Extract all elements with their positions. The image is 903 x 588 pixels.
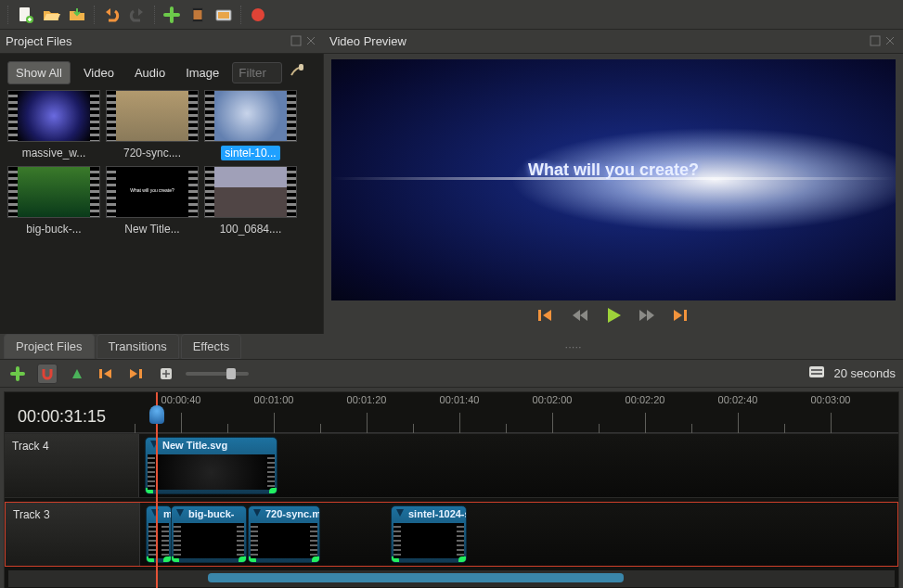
playhead-timecode: 00:00:31:15 bbox=[18, 407, 106, 427]
timeline-clip[interactable]: New Title.svg bbox=[145, 437, 277, 494]
project-file-item[interactable]: 720-sync.... bbox=[106, 90, 199, 160]
tab-effects[interactable]: Effects bbox=[181, 334, 242, 359]
center-playhead-button[interactable] bbox=[156, 364, 176, 384]
svg-rect-4 bbox=[193, 8, 202, 10]
project-files-grid: massive_w... 720-sync.... sintel-10... b… bbox=[7, 90, 316, 236]
video-preview-title-text: Video Preview bbox=[329, 34, 406, 48]
svg-rect-15 bbox=[139, 369, 142, 378]
track-header[interactable]: Track 4 bbox=[5, 434, 139, 497]
project-file-label: big-buck-... bbox=[22, 222, 84, 236]
preview-overlay-text: What will you create? bbox=[331, 160, 896, 180]
zoom-label: 20 seconds bbox=[834, 366, 897, 380]
panel-float-icon[interactable] bbox=[870, 35, 883, 48]
save-file-button[interactable] bbox=[66, 5, 88, 25]
razor-button[interactable] bbox=[67, 364, 87, 384]
track-body[interactable]: New Title.svg bbox=[139, 434, 898, 497]
project-files-filters: Show All Video Audio Image bbox=[7, 61, 316, 84]
project-file-item[interactable]: What will you create? New Title... bbox=[106, 166, 199, 236]
timeline-scrollbar[interactable] bbox=[8, 570, 895, 587]
project-file-item[interactable]: 100_0684.... bbox=[204, 166, 297, 236]
svg-rect-7 bbox=[218, 12, 229, 19]
jump-start-button[interactable] bbox=[536, 306, 557, 325]
project-file-item[interactable]: big-buck-... bbox=[7, 166, 100, 236]
fast-forward-button[interactable] bbox=[637, 306, 657, 325]
timeline-clip[interactable]: m bbox=[146, 505, 172, 563]
video-preview-canvas[interactable]: What will you create? bbox=[331, 59, 896, 300]
bottom-tabs: Project Files Transitions Effects ····· bbox=[0, 334, 903, 360]
svg-point-8 bbox=[252, 8, 264, 21]
svg-rect-11 bbox=[871, 36, 880, 45]
filter-image[interactable]: Image bbox=[178, 62, 226, 83]
snap-toggle[interactable] bbox=[37, 364, 58, 384]
prev-marker-button[interactable] bbox=[97, 364, 117, 384]
rewind-button[interactable] bbox=[570, 306, 590, 325]
redo-button[interactable] bbox=[126, 5, 148, 25]
video-preview-panel-title: Video Preview bbox=[324, 30, 903, 54]
playhead-grip[interactable] bbox=[149, 405, 164, 424]
project-file-label: 720-sync.... bbox=[120, 146, 185, 160]
timeline-toolbar: 20 seconds bbox=[0, 360, 903, 388]
clear-filter-icon[interactable] bbox=[288, 62, 306, 83]
panel-close-icon[interactable] bbox=[305, 35, 318, 48]
timeline-track[interactable]: Track 4 New Title.svg bbox=[5, 433, 898, 498]
timeline-tracks: Track 4 New Title.svg Track 3 m big-buck… bbox=[5, 433, 898, 570]
tab-transitions[interactable]: Transitions bbox=[97, 334, 179, 359]
project-files-title-text: Project Files bbox=[6, 34, 72, 48]
filter-show-all[interactable]: Show All bbox=[7, 61, 71, 84]
svg-rect-13 bbox=[684, 310, 687, 321]
timeline-clip[interactable]: big-buck- bbox=[171, 505, 247, 563]
timeline-ruler[interactable]: 00:00:31:15 00:00:4000:01:0000:01:2000:0… bbox=[5, 392, 898, 433]
tab-project-files[interactable]: Project Files bbox=[4, 334, 95, 359]
project-files-panel-title: Project Files bbox=[0, 30, 324, 54]
svg-rect-17 bbox=[809, 366, 824, 377]
filter-video[interactable]: Video bbox=[76, 62, 122, 83]
add-track-button[interactable] bbox=[7, 364, 28, 384]
project-file-label: 100_0684.... bbox=[216, 222, 286, 236]
new-file-button[interactable] bbox=[14, 5, 36, 25]
filter-input[interactable] bbox=[232, 62, 282, 83]
svg-rect-19 bbox=[811, 373, 822, 375]
svg-rect-10 bbox=[299, 64, 303, 70]
playback-controls bbox=[331, 300, 896, 330]
panel-float-icon[interactable] bbox=[290, 35, 303, 48]
timeline-clip[interactable]: 720-sync.mp4 bbox=[248, 505, 320, 563]
svg-rect-9 bbox=[291, 36, 301, 45]
project-file-label: sintel-10... bbox=[221, 146, 279, 160]
project-file-label: massive_w... bbox=[19, 146, 90, 160]
play-button[interactable] bbox=[603, 306, 624, 325]
svg-rect-18 bbox=[811, 369, 822, 371]
project-file-item[interactable]: sintel-10... bbox=[204, 90, 297, 160]
svg-rect-14 bbox=[99, 369, 102, 378]
fullscreen-button[interactable] bbox=[213, 5, 235, 25]
filter-audio[interactable]: Audio bbox=[127, 62, 173, 83]
open-file-button[interactable] bbox=[40, 5, 62, 25]
svg-rect-12 bbox=[538, 310, 541, 321]
jump-end-button[interactable] bbox=[670, 306, 690, 325]
timeline-track[interactable]: Track 3 m big-buck- 720-sync.mp4 sintel-… bbox=[5, 502, 898, 567]
panel-close-icon[interactable] bbox=[884, 35, 897, 48]
undo-button[interactable] bbox=[100, 5, 123, 25]
svg-rect-5 bbox=[193, 19, 202, 21]
export-button[interactable] bbox=[247, 5, 269, 25]
track-body[interactable]: m big-buck- 720-sync.mp4 sintel-1024-sur… bbox=[140, 503, 897, 566]
track-header[interactable]: Track 3 bbox=[6, 503, 140, 566]
project-file-item[interactable]: massive_w... bbox=[7, 90, 100, 160]
project-file-label: New Title... bbox=[121, 222, 183, 236]
main-toolbar bbox=[0, 0, 903, 30]
svg-rect-2 bbox=[193, 8, 202, 21]
profile-button[interactable] bbox=[187, 5, 209, 25]
timeline-clip[interactable]: sintel-1024-surround.mp4 bbox=[391, 505, 467, 563]
next-marker-button[interactable] bbox=[126, 364, 147, 384]
zoom-mode-icon[interactable] bbox=[808, 364, 825, 382]
timeline: 00:00:31:15 00:00:4000:01:0000:01:2000:0… bbox=[4, 391, 899, 588]
zoom-slider[interactable] bbox=[186, 372, 249, 376]
add-file-button[interactable] bbox=[161, 5, 183, 25]
